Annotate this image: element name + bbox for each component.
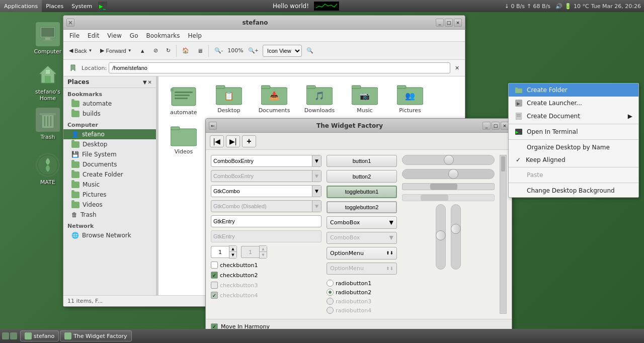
spinner-1-up[interactable]: ▲ [229, 246, 236, 252]
sidebar-item-builds[interactable]: builds [63, 109, 156, 119]
desktop-toggle-icon[interactable] [10, 332, 17, 339]
button1[interactable]: button1 [327, 155, 397, 167]
sidebar-item-trash[interactable]: 🗑 Trash [63, 210, 156, 220]
spinner-1-input[interactable] [211, 246, 229, 258]
v-slider-1-thumb[interactable] [436, 230, 446, 240]
radiobutton2[interactable]: radiobutton2 [327, 289, 397, 296]
checkbutton1[interactable]: checkbutton1 [211, 262, 321, 269]
h-slider-1[interactable] [402, 155, 495, 165]
file-item-desktop[interactable]: 📋 Desktop [209, 81, 249, 118]
reload-button[interactable]: ↻ [163, 44, 174, 58]
location-clear-button[interactable]: ✕ [452, 61, 462, 75]
radiobutton1[interactable]: radiobutton1 [327, 280, 397, 287]
menu-go[interactable]: Go [126, 31, 142, 40]
ctx-create-folder[interactable]: Create Folder [509, 83, 638, 97]
checkbutton2[interactable]: ✓ checkbutton2 [211, 272, 321, 279]
wf-maximize[interactable]: □ [492, 122, 500, 130]
gtk-combo-1-arrow[interactable]: ▼ [312, 186, 321, 197]
file-item-pictures[interactable]: 👥 Pictures [390, 81, 430, 118]
radio1-btn[interactable] [327, 280, 334, 287]
window-close-btn2[interactable]: × [454, 19, 462, 27]
window-minimize-btn[interactable]: _ [436, 19, 444, 27]
sidebar-item-downloads[interactable]: Create Folder [63, 169, 156, 180]
radio2-btn[interactable] [327, 289, 334, 296]
home-toolbar-button[interactable]: 🏠 [179, 44, 193, 58]
window-maximize-btn[interactable]: □ [445, 19, 453, 27]
sidebar-close-icon[interactable]: ✕ [148, 79, 152, 85]
h-slider-2[interactable] [402, 169, 495, 179]
search-button[interactable]: 🔍 [303, 44, 317, 58]
show-desktop-icon[interactable] [2, 332, 9, 339]
ctx-keep-aligned[interactable]: ✓ Keep Aligned [509, 154, 638, 166]
ctx-open-terminal[interactable]: ▶_ Open In Terminal [509, 125, 638, 138]
file-item-automate-special[interactable]: automate [164, 81, 204, 118]
gtk-entry-1[interactable] [211, 215, 321, 227]
desktop-icon-trash[interactable]: Trash [28, 106, 68, 142]
sidebar-item-pictures[interactable]: Pictures [63, 190, 156, 200]
volume-icon[interactable]: 🔊 [555, 3, 562, 10]
zoom-in-button[interactable]: 🔍+ [245, 44, 262, 58]
file-item-downloads[interactable]: 🎵 Downloads [299, 81, 340, 118]
sidebar-item-videos[interactable]: Videos [63, 200, 156, 210]
zoom-out-button[interactable]: 🔍- [211, 44, 227, 58]
up-button[interactable]: ▲ [136, 44, 149, 58]
v-slider-1[interactable] [436, 204, 446, 270]
file-item-music[interactable]: 📷 Music [345, 81, 385, 118]
desktop-icon-home[interactable]: stefano's Home [28, 60, 68, 104]
menu-file[interactable]: File [65, 31, 84, 40]
check2-box[interactable]: ✓ [211, 272, 218, 279]
option-menu-1[interactable]: OptionMenu ⬆⬇ [327, 247, 397, 259]
gtk-combo-1-input[interactable] [211, 188, 312, 194]
file-item-public[interactable]: Videos [164, 123, 204, 157]
wf-close[interactable]: × [501, 122, 509, 130]
ctx-create-launcher[interactable]: ▶ Create Launcher... [509, 97, 638, 110]
wf-prev-btn[interactable]: |◀ [210, 135, 224, 147]
wf-scroll[interactable] [500, 155, 507, 314]
scrollbar-1-thumb[interactable] [430, 184, 458, 190]
menu-edit[interactable]: Edit [84, 31, 103, 40]
h-slider-2-thumb[interactable] [448, 169, 458, 179]
bookmark-button[interactable] [66, 61, 79, 75]
combobox-1[interactable]: ComboBox ▼ [327, 216, 397, 228]
back-button[interactable]: ◀ Back ▼ [65, 44, 96, 58]
forward-button[interactable]: ▶ Forward ▼ [97, 44, 135, 58]
combo-box-entry-1-input[interactable] [211, 158, 312, 164]
v-slider-2[interactable] [451, 204, 461, 270]
sidebar-item-documents[interactable]: Documents [63, 159, 156, 169]
gtk-combo-1[interactable]: ▼ [211, 185, 321, 197]
check1-box[interactable] [211, 262, 218, 269]
wf-next-btn[interactable]: ▶| [226, 135, 240, 147]
view-mode-select[interactable]: Icon View List View [263, 45, 302, 57]
sidebar-item-desktop[interactable]: Desktop [63, 139, 156, 149]
menu-help[interactable]: Help [184, 31, 206, 40]
location-input[interactable] [109, 62, 450, 73]
scrollbar-1[interactable] [402, 183, 495, 190]
stop-button[interactable]: ⊘ [150, 44, 162, 58]
wf-add-btn[interactable]: + [242, 135, 256, 147]
v-slider-2-thumb[interactable] [451, 224, 461, 234]
button2[interactable]: button2 [327, 170, 397, 182]
h-slider-1-thumb[interactable] [444, 155, 454, 165]
wf-close-left[interactable]: ← [209, 122, 217, 130]
spinner-1-down[interactable]: ▼ [229, 252, 236, 258]
terminal-btn[interactable]: ▶_ [96, 0, 109, 12]
sidebar-item-automate[interactable]: automate [63, 99, 156, 109]
spinner-1[interactable]: ▲ ▼ [211, 245, 237, 259]
menu-view[interactable]: View [103, 31, 125, 40]
taskbar-file-manager[interactable]: stefano [20, 330, 59, 341]
ctx-create-document[interactable]: Create Document ▶ [509, 110, 638, 123]
wf-scroll-thumb[interactable] [501, 156, 505, 172]
combo-box-entry-1-arrow[interactable]: ▼ [312, 155, 321, 166]
ctx-organize[interactable]: Organize Desktop by Name [509, 141, 638, 154]
sidebar-item-stefano[interactable]: 👤 stefano [63, 129, 156, 139]
menu-bookmarks[interactable]: Bookmarks [142, 31, 184, 40]
system-menu[interactable]: System [67, 0, 96, 12]
desktop-icon-mate[interactable]: MATE [28, 151, 68, 188]
desktop-icon-computer[interactable]: Computer [28, 20, 68, 57]
computer-toolbar-button[interactable]: 🖥 [194, 44, 206, 58]
sidebar-item-browse-network[interactable]: 🌐 Browse Network [63, 230, 156, 240]
ctx-change-bg[interactable]: Change Desktop Background [509, 184, 638, 197]
applications-menu[interactable]: Applications [0, 0, 42, 12]
window-close-btn[interactable] [66, 19, 74, 27]
combo-box-entry-1[interactable]: ▼ [211, 155, 321, 167]
